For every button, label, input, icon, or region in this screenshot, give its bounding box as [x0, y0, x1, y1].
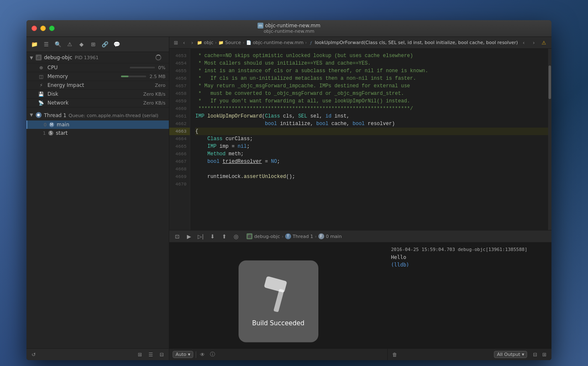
code-scrollbar[interactable] [548, 49, 551, 230]
line-num-4664: 4664 [169, 135, 190, 143]
code-view-btn[interactable]: ⊞ [173, 39, 179, 47]
debug-crumb-arrow-1: › [282, 234, 284, 239]
xcode-window: m objc-runtime-new.mm objc-runtime-new.m… [26, 20, 551, 360]
thread-queue: Queue: com.apple.main-thread (serial) [68, 113, 158, 118]
frame-0-icon: M [49, 122, 54, 127]
code-line-4669: runtimeLock.assertUnlocked(); [195, 173, 548, 180]
expand-arrow[interactable]: ▼ [30, 55, 33, 60]
thread-1-row[interactable]: ▼ ● Thread 1 Queue: com.apple.main-threa… [26, 109, 169, 120]
breadcrumb-bar: ⊞ ‹ › 📁 objc › 📁 Source › 📄 objc-runtime… [169, 37, 551, 49]
line-numbers: 4653 4654 4655 4656 4657 4658 4659 4660 … [169, 49, 190, 230]
debug-step-out-btn[interactable]: ⬆ [220, 232, 229, 241]
title-bar: m objc-runtime-new.mm objc-runtime-new.m… [26, 20, 551, 37]
memory-label: Memory [47, 73, 118, 79]
sidebar-search-btn[interactable]: 🔍 [53, 40, 63, 49]
sidebar-bottom-split[interactable]: ⊟ [158, 351, 165, 358]
sidebar-grid-btn[interactable]: ⊞ [89, 40, 98, 49]
debug-thread-icon: T [285, 233, 291, 239]
stack-frame-0[interactable]: 0 M main [26, 120, 169, 129]
maximize-button[interactable] [49, 26, 55, 31]
debug-location-btn[interactable]: ◎ [231, 232, 241, 241]
code-line-4659: * If you don't want forwarding at all, u… [195, 97, 548, 105]
build-succeeded-overlay: Build Succeeded [239, 261, 318, 342]
debug-console-bar: 🗑 All Output ▾ ⊟ ⊞ [388, 348, 551, 360]
console-split-left-btn[interactable]: ⊟ [531, 351, 539, 358]
svg-rect-0 [264, 276, 287, 293]
console-info-btn[interactable]: ⓘ [209, 351, 216, 358]
code-line-4660: ****************************************… [195, 105, 548, 112]
disk-value: Zero KB/s [143, 92, 165, 97]
breadcrumb-sep-3: › [305, 40, 307, 45]
auto-select-btn[interactable]: Auto ▾ [173, 351, 193, 358]
right-content: ⊞ ‹ › 📁 objc › 📁 Source › 📄 objc-runtime… [169, 37, 551, 360]
debug-line-2: Hello [391, 254, 548, 261]
breadcrumb-source[interactable]: Source [225, 40, 241, 45]
debug-console-content: 2016-04-25 15:59:04.703 debug-objc[13961… [388, 243, 551, 348]
frame-0-name: main [57, 122, 69, 128]
nav-back-btn[interactable]: ‹ [181, 39, 187, 47]
all-output-label: All Output [497, 352, 520, 357]
auto-select-label: Auto [176, 352, 186, 357]
console-clear-btn[interactable]: 🗑 [391, 351, 399, 358]
memory-row: ◫ Memory 2.5 MB [26, 72, 169, 81]
file-folder-icon: 📁 [197, 40, 202, 46]
window-title: m objc-runtime-new.mm [257, 23, 320, 29]
frame-1-icon: S [48, 131, 53, 136]
debug-line-1: 2016-04-25 15:59:04.703 debug-objc[13961… [391, 246, 548, 254]
line-num-4653: 4653 [169, 52, 190, 60]
all-output-select[interactable]: All Output ▾ [494, 351, 527, 358]
disk-label: Disk [47, 91, 140, 97]
frame-1-num: 1 [40, 131, 46, 136]
debug-process-header[interactable]: ▼ ⬛ debug-objc PID 13961 [26, 52, 169, 63]
code-line-4668 [195, 165, 548, 173]
cpu-row: ⊕ CPU 0% [26, 63, 169, 72]
cpu-bar [130, 67, 155, 68]
thread-info: Thread 1 Queue: com.apple.main-thread (s… [44, 111, 158, 119]
line-num-4668: 4668 [169, 165, 190, 173]
debug-continue-btn[interactable]: ▶ [184, 232, 194, 241]
code-content[interactable]: * cache==NO skips optimistic unlocked lo… [190, 49, 548, 230]
sidebar-bottom-grid[interactable]: ⊞ [136, 351, 144, 358]
title-center: m objc-runtime-new.mm objc-runtime-new.m… [257, 23, 320, 34]
breadcrumb-objc[interactable]: objc [204, 40, 213, 45]
breadcrumb-filename[interactable]: objc-runtime-new.mm [253, 40, 304, 45]
svg-rect-1 [273, 288, 284, 312]
sidebar-warning-btn[interactable]: ⚠ [65, 40, 74, 49]
line-num-4659: 4659 [169, 97, 190, 105]
line-num-4661: 4661 [169, 112, 190, 120]
code-scrollbar-thumb[interactable] [549, 65, 551, 99]
code-editor[interactable]: 4653 4654 4655 4656 4657 4658 4659 4660 … [169, 49, 551, 230]
sidebar-list-btn[interactable]: ☰ [42, 40, 51, 49]
cpu-value: 0% [158, 65, 165, 71]
console-eye-btn[interactable]: 👁 [199, 351, 206, 358]
console-split-right-btn[interactable]: ⊞ [541, 351, 548, 358]
traffic-lights [32, 26, 55, 31]
code-line-4654: * Most callers should use initialize==YE… [195, 60, 548, 67]
debug-step-into-btn[interactable]: ⬇ [208, 232, 217, 241]
sidebar-chat-btn[interactable]: 💬 [112, 40, 121, 49]
code-line-4665: IMP imp = nil; [195, 143, 548, 150]
close-button[interactable] [32, 26, 37, 31]
code-line-4661: IMP lookUpImpOrForward(Class cls, SEL se… [195, 112, 548, 120]
console-area: Build Succeeded Auto ▾ 👁 ⓘ [169, 243, 388, 360]
thread-expand-arrow[interactable]: ▼ [30, 112, 33, 117]
sidebar-diamond-btn[interactable]: ◆ [77, 40, 86, 49]
line-num-4666: 4666 [169, 150, 190, 158]
stack-frame-1[interactable]: 1 S start [26, 129, 169, 137]
frame-0-num: 0 [41, 122, 47, 128]
sidebar-bottom-list[interactable]: ☰ [147, 351, 155, 358]
console-toggle-btn[interactable]: ⊡ [173, 232, 182, 241]
sidebar-bottom-refresh[interactable]: ↺ [30, 351, 37, 358]
breadcrumb-nav-back[interactable]: ‹ [520, 39, 528, 47]
minimize-button[interactable] [40, 26, 46, 31]
process-spinner [155, 55, 161, 60]
breadcrumb-function[interactable]: lookUpImpOrForward(Class cls, SEL sel, i… [315, 40, 518, 45]
code-line-4670 [195, 180, 548, 188]
memory-icon: ◫ [38, 73, 44, 79]
sidebar-link-btn[interactable]: 🔗 [100, 40, 110, 49]
main-content: 📁 ☰ 🔍 ⚠ ◆ ⊞ 🔗 💬 ▼ ⬛ debug-objc PID 13961 [26, 37, 551, 360]
sidebar-folder-btn[interactable]: 📁 [30, 40, 39, 49]
nav-forward-btn[interactable]: › [189, 39, 195, 47]
breadcrumb-nav-fwd[interactable]: › [530, 39, 538, 47]
debug-step-over-btn[interactable]: ▷| [196, 232, 205, 241]
